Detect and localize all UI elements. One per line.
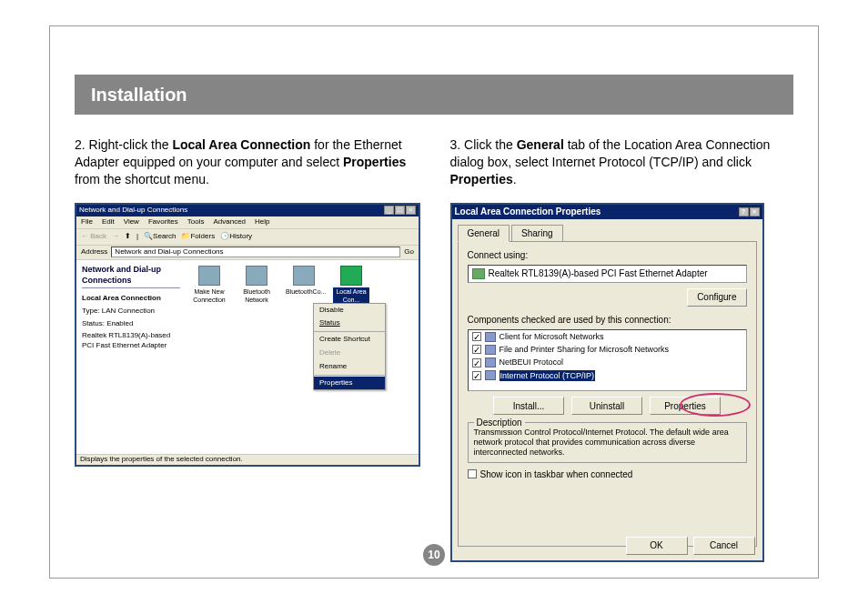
info-sidebar: Network and Dial-up Connections Local Ar… <box>76 260 186 454</box>
components-label: Components checked are used by this conn… <box>468 314 747 327</box>
section-header: Installation <box>75 75 793 115</box>
maximize-button[interactable]: □ <box>395 206 405 215</box>
menu-bar: File Edit View Favorites Tools Advanced … <box>76 216 419 229</box>
tab-general[interactable]: General <box>458 225 510 243</box>
checkbox-icon[interactable] <box>472 345 481 354</box>
make-new-connection-icon[interactable]: Make New Connection <box>191 266 227 305</box>
section-title: Installation <box>91 85 187 106</box>
description-legend: Description <box>474 417 525 429</box>
adapter-name: Realtek RTL8139(A)-based PCI Fast Ethern… <box>489 267 708 280</box>
sidebar-status: Status: Enabled <box>82 319 180 329</box>
component-netbeui[interactable]: NetBEUI Protocol <box>469 356 746 368</box>
menu-favorites[interactable]: Favorites <box>148 217 178 227</box>
ctx-delete: Delete <box>314 347 385 360</box>
status-text: Displays the properties of the selected … <box>80 455 243 465</box>
minimize-button[interactable]: _ <box>384 206 394 215</box>
step2-t3: from the shortcut menu. <box>75 172 209 186</box>
status-bar: Displays the properties of the selected … <box>76 454 419 465</box>
component-file-printer[interactable]: File and Printer Sharing for Microsoft N… <box>469 343 746 356</box>
component-client[interactable]: Client for Microsoft Networks <box>469 330 746 343</box>
up-button[interactable]: ⬆ <box>125 232 131 242</box>
ctx-status[interactable]: Status <box>314 317 385 330</box>
menu-tools[interactable]: Tools <box>187 217 205 227</box>
step2-b1: Local Area Connection <box>172 137 310 152</box>
show-icon-checkbox[interactable] <box>468 469 477 478</box>
menu-help[interactable]: Help <box>255 217 269 227</box>
step2-b2: Properties <box>343 155 406 169</box>
adapter-icon <box>472 268 485 279</box>
checkbox-icon[interactable] <box>472 332 481 341</box>
adapter-field: Realtek RTL8139(A)-based PCI Fast Ethern… <box>468 265 747 283</box>
bluetooth-network-icon[interactable]: Bluetooth Network <box>238 266 275 305</box>
menu-file[interactable]: File <box>81 217 93 227</box>
address-field[interactable]: Network and Dial-up Connections <box>111 247 400 257</box>
address-value: Network and Dial-up Connections <box>115 247 223 257</box>
go-button[interactable]: Go <box>404 247 414 257</box>
ctx-properties[interactable]: Properties <box>314 377 385 390</box>
menu-edit[interactable]: Edit <box>102 217 115 227</box>
dialog-close-button[interactable]: × <box>750 207 760 216</box>
menu-view[interactable]: View <box>124 217 139 227</box>
step3-b1: General <box>517 137 564 152</box>
checkbox-icon[interactable] <box>472 371 481 380</box>
local-area-connection-icon[interactable]: Local Area Con... <box>333 266 369 305</box>
uninstall-button[interactable]: Uninstall <box>571 397 642 415</box>
ctx-disable[interactable]: Disable <box>314 304 385 317</box>
network-connections-window: Network and Dial-up Connections _ □ × Fi… <box>75 203 420 467</box>
client-icon <box>485 332 496 342</box>
step-3-text: 3. Click the General tab of the Location… <box>450 136 799 188</box>
bluetooth-co-icon[interactable]: BluetoothCo... <box>286 266 322 296</box>
folders-button[interactable]: 📁Folders <box>181 232 215 242</box>
window-titlebar: Network and Dial-up Connections _ □ × <box>76 205 419 216</box>
ok-button[interactable]: OK <box>626 537 688 555</box>
ctx-rename[interactable]: Rename <box>314 360 385 374</box>
step-2-text: 2. Right-click the Local Area Connection… <box>75 136 423 188</box>
step2-t1: Right-click the <box>89 137 173 152</box>
sidebar-connection-label: Local Area Connection <box>82 294 180 304</box>
search-button[interactable]: 🔍Search <box>144 232 176 242</box>
page-number: 10 <box>428 549 439 561</box>
ctx-create-shortcut[interactable]: Create Shortcut <box>314 333 385 347</box>
close-button[interactable]: × <box>406 206 416 215</box>
tab-panel: Connect using: Realtek RTL8139(A)-based … <box>458 241 757 547</box>
ctx-separator-2 <box>314 375 385 376</box>
sidebar-heading: Network and Dial-up Connections <box>82 264 180 288</box>
properties-button[interactable]: Properties <box>650 397 721 415</box>
forward-button[interactable]: → <box>112 232 119 242</box>
menu-advanced[interactable]: Advanced <box>213 217 246 227</box>
protocol-icon <box>485 370 496 380</box>
left-column: 2. Right-click the Local Area Connection… <box>75 136 423 562</box>
tab-sharing[interactable]: Sharing <box>511 225 562 242</box>
checkbox-icon[interactable] <box>472 358 481 367</box>
description-group: Description Transmission Control Protoco… <box>468 422 747 462</box>
sidebar-type: Type: LAN Connection <box>82 307 180 317</box>
page-number-badge: 10 <box>423 544 445 566</box>
connect-using-label: Connect using: <box>468 249 747 262</box>
tab-bar: General Sharing <box>452 219 762 242</box>
step-3-number: 3. <box>450 137 465 152</box>
service-icon <box>485 345 496 355</box>
content-columns: 2. Right-click the Local Area Connection… <box>75 136 798 562</box>
help-button[interactable]: ? <box>739 207 749 216</box>
right-column: 3. Click the General tab of the Location… <box>450 136 799 562</box>
components-list[interactable]: Client for Microsoft Networks File and P… <box>468 329 747 391</box>
address-label: Address <box>81 247 107 257</box>
back-button[interactable]: ← Back <box>81 232 106 242</box>
window-title: Network and Dial-up Connections <box>79 206 187 216</box>
configure-button[interactable]: Configure <box>687 288 746 307</box>
component-tcpip[interactable]: Internet Protocol (TCP/IP) <box>469 369 746 382</box>
description-text: Transmission Control Protocol/Internet P… <box>474 428 741 457</box>
history-button[interactable]: 🕒History <box>220 232 252 242</box>
show-icon-row: Show icon in taskbar when connected <box>468 468 747 481</box>
step3-b2: Properties <box>450 172 513 186</box>
window-title-buttons: _ □ × <box>384 206 416 215</box>
dialog-title: Local Area Connection Properties <box>455 206 601 218</box>
dialog-footer: OK Cancel <box>626 537 755 555</box>
cancel-button[interactable]: Cancel <box>693 537 755 555</box>
toolbar: ← Back → ⬆ | 🔍Search 📁Folders 🕒History <box>76 229 419 246</box>
install-button[interactable]: Install... <box>493 397 564 415</box>
ctx-separator <box>314 331 385 332</box>
component-buttons: Install... Uninstall Properties <box>468 397 747 415</box>
step3-t3: . <box>513 172 517 186</box>
address-bar: Address Network and Dial-up Connections … <box>76 246 419 260</box>
